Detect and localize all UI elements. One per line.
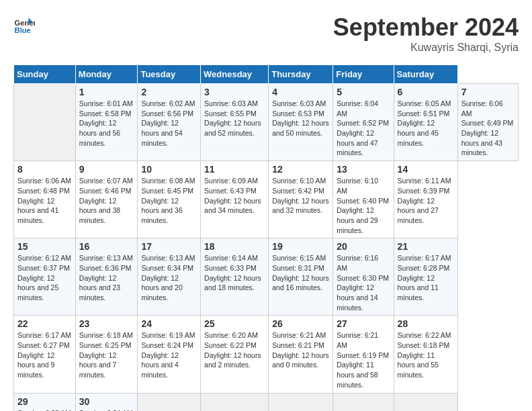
calendar-cell: 11 Sunrise: 6:09 AM Sunset: 6:43 PM Dayl…	[201, 161, 269, 238]
calendar-cell: 22 Sunrise: 6:17 AM Sunset: 6:27 PM Dayl…	[14, 316, 76, 393]
day-info: Sunrise: 6:20 AM Sunset: 6:22 PM Dayligh…	[204, 330, 265, 370]
day-info: Sunrise: 6:11 AM Sunset: 6:39 PM Dayligh…	[398, 176, 454, 225]
day-info: Sunrise: 6:22 AM Sunset: 6:18 PM Dayligh…	[398, 330, 454, 379]
day-number: 18	[204, 241, 265, 252]
day-info: Sunrise: 6:16 AM Sunset: 6:30 PM Dayligh…	[337, 253, 390, 312]
day-info: Sunrise: 6:19 AM Sunset: 6:24 PM Dayligh…	[141, 330, 197, 379]
day-info: Sunrise: 6:03 AM Sunset: 6:55 PM Dayligh…	[204, 99, 265, 138]
day-info: Sunrise: 6:17 AM Sunset: 6:27 PM Dayligh…	[17, 330, 72, 379]
calendar-cell: 24 Sunrise: 6:19 AM Sunset: 6:24 PM Dayl…	[138, 316, 201, 393]
calendar-cell: 26 Sunrise: 6:21 AM Sunset: 6:21 PM Dayl…	[269, 316, 333, 393]
day-info: Sunrise: 6:18 AM Sunset: 6:25 PM Dayligh…	[79, 330, 134, 379]
calendar-cell	[269, 393, 333, 411]
calendar-cell	[201, 393, 269, 411]
main-title: September 2024	[333, 13, 519, 42]
day-info: Sunrise: 6:15 AM Sunset: 6:31 PM Dayligh…	[272, 253, 329, 293]
day-number: 29	[17, 396, 72, 407]
week-row-5: 29 Sunrise: 6:23 AM Sunset: 6:16 PM Dayl…	[14, 393, 519, 411]
day-info: Sunrise: 6:13 AM Sunset: 6:34 PM Dayligh…	[141, 253, 197, 302]
day-info: Sunrise: 6:01 AM Sunset: 6:58 PM Dayligh…	[79, 99, 134, 148]
week-row-4: 22 Sunrise: 6:17 AM Sunset: 6:27 PM Dayl…	[14, 316, 519, 393]
day-number: 7	[461, 87, 515, 97]
day-info: Sunrise: 6:12 AM Sunset: 6:37 PM Dayligh…	[17, 253, 72, 302]
day-number: 28	[398, 318, 454, 329]
column-header-friday: Friday	[333, 65, 394, 84]
calendar-cell	[138, 393, 201, 411]
day-info: Sunrise: 6:06 AM Sunset: 6:49 PM Dayligh…	[461, 99, 515, 158]
day-number: 17	[141, 241, 197, 252]
calendar-cell: 13 Sunrise: 6:10 AM Sunset: 6:40 PM Dayl…	[333, 161, 394, 238]
calendar-cell: 20 Sunrise: 6:16 AM Sunset: 6:30 PM Dayl…	[333, 238, 394, 316]
day-number: 16	[79, 241, 134, 252]
day-number: 5	[337, 87, 390, 97]
calendar-cell: 10 Sunrise: 6:08 AM Sunset: 6:45 PM Dayl…	[138, 161, 201, 238]
day-number: 19	[272, 241, 329, 252]
day-info: Sunrise: 6:21 AM Sunset: 6:21 PM Dayligh…	[272, 330, 329, 370]
calendar-cell: 15 Sunrise: 6:12 AM Sunset: 6:37 PM Dayl…	[14, 238, 76, 316]
day-number: 25	[204, 318, 265, 329]
page-header: General Blue September 2024 Kuwayris Sha…	[13, 13, 519, 54]
day-info: Sunrise: 6:23 AM Sunset: 6:16 PM Dayligh…	[17, 408, 72, 412]
day-number: 27	[337, 318, 390, 329]
week-row-2: 8 Sunrise: 6:06 AM Sunset: 6:48 PM Dayli…	[14, 161, 519, 238]
day-number: 13	[337, 164, 390, 175]
day-number: 30	[79, 396, 134, 407]
calendar-cell: 6 Sunrise: 6:05 AM Sunset: 6:51 PM Dayli…	[394, 84, 457, 161]
column-header-saturday: Saturday	[394, 65, 457, 84]
day-number: 21	[398, 241, 454, 252]
svg-text:Blue: Blue	[15, 26, 31, 34]
calendar-cell	[333, 393, 394, 411]
day-number: 26	[272, 318, 329, 329]
day-info: Sunrise: 6:21 AM Sunset: 6:19 PM Dayligh…	[337, 330, 390, 390]
week-row-3: 15 Sunrise: 6:12 AM Sunset: 6:37 PM Dayl…	[14, 238, 519, 316]
title-block: September 2024 Kuwayris Sharqi, Syria	[333, 13, 519, 54]
day-number: 11	[204, 164, 265, 175]
day-number: 9	[79, 164, 134, 175]
calendar-cell: 8 Sunrise: 6:06 AM Sunset: 6:48 PM Dayli…	[14, 161, 76, 238]
calendar-cell: 17 Sunrise: 6:13 AM Sunset: 6:34 PM Dayl…	[138, 238, 201, 316]
column-header-thursday: Thursday	[269, 65, 333, 84]
calendar-cell: 1 Sunrise: 6:01 AM Sunset: 6:58 PM Dayli…	[75, 84, 138, 161]
day-info: Sunrise: 6:14 AM Sunset: 6:33 PM Dayligh…	[204, 253, 265, 293]
column-header-wednesday: Wednesday	[201, 65, 269, 84]
calendar-cell: 18 Sunrise: 6:14 AM Sunset: 6:33 PM Dayl…	[201, 238, 269, 316]
day-info: Sunrise: 6:10 AM Sunset: 6:40 PM Dayligh…	[337, 176, 390, 235]
day-number: 14	[398, 164, 454, 175]
day-info: Sunrise: 6:02 AM Sunset: 6:56 PM Dayligh…	[141, 99, 197, 148]
day-number: 24	[141, 318, 197, 329]
calendar-cell: 12 Sunrise: 6:10 AM Sunset: 6:42 PM Dayl…	[269, 161, 333, 238]
calendar-cell	[394, 393, 457, 411]
day-info: Sunrise: 6:04 AM Sunset: 6:52 PM Dayligh…	[337, 99, 390, 158]
day-info: Sunrise: 6:05 AM Sunset: 6:51 PM Dayligh…	[398, 99, 454, 148]
calendar-cell: 27 Sunrise: 6:21 AM Sunset: 6:19 PM Dayl…	[333, 316, 394, 393]
week-row-1: 1 Sunrise: 6:01 AM Sunset: 6:58 PM Dayli…	[14, 84, 519, 161]
column-header-sunday: Sunday	[14, 65, 76, 84]
logo-icon: General Blue	[13, 13, 35, 35]
day-number: 4	[272, 87, 329, 97]
day-info: Sunrise: 6:13 AM Sunset: 6:36 PM Dayligh…	[79, 253, 134, 302]
day-number: 23	[79, 318, 134, 329]
calendar-cell: 28 Sunrise: 6:22 AM Sunset: 6:18 PM Dayl…	[394, 316, 457, 393]
calendar-cell: 16 Sunrise: 6:13 AM Sunset: 6:36 PM Dayl…	[75, 238, 138, 316]
day-info: Sunrise: 6:08 AM Sunset: 6:45 PM Dayligh…	[141, 176, 197, 225]
column-header-tuesday: Tuesday	[138, 65, 201, 84]
calendar-cell: 9 Sunrise: 6:07 AM Sunset: 6:46 PM Dayli…	[75, 161, 138, 238]
day-info: Sunrise: 6:24 AM Sunset: 6:15 PM Dayligh…	[79, 408, 134, 412]
day-number: 1	[79, 87, 134, 97]
calendar-cell: 25 Sunrise: 6:20 AM Sunset: 6:22 PM Dayl…	[201, 316, 269, 393]
day-number: 12	[272, 164, 329, 175]
day-number: 8	[17, 164, 72, 175]
day-number: 6	[398, 87, 454, 97]
calendar-cell: 21 Sunrise: 6:17 AM Sunset: 6:28 PM Dayl…	[394, 238, 457, 316]
calendar-cell: 19 Sunrise: 6:15 AM Sunset: 6:31 PM Dayl…	[269, 238, 333, 316]
day-info: Sunrise: 6:06 AM Sunset: 6:48 PM Dayligh…	[17, 176, 72, 225]
day-info: Sunrise: 6:10 AM Sunset: 6:42 PM Dayligh…	[272, 176, 329, 216]
calendar-cell: 23 Sunrise: 6:18 AM Sunset: 6:25 PM Dayl…	[75, 316, 138, 393]
subtitle: Kuwayris Sharqi, Syria	[333, 42, 519, 54]
day-info: Sunrise: 6:09 AM Sunset: 6:43 PM Dayligh…	[204, 176, 265, 216]
calendar-cell: 7 Sunrise: 6:06 AM Sunset: 6:49 PM Dayli…	[457, 84, 518, 161]
day-number: 10	[141, 164, 197, 175]
calendar-cell	[14, 84, 76, 161]
day-number: 2	[141, 87, 197, 97]
calendar-cell: 4 Sunrise: 6:03 AM Sunset: 6:53 PM Dayli…	[269, 84, 333, 161]
